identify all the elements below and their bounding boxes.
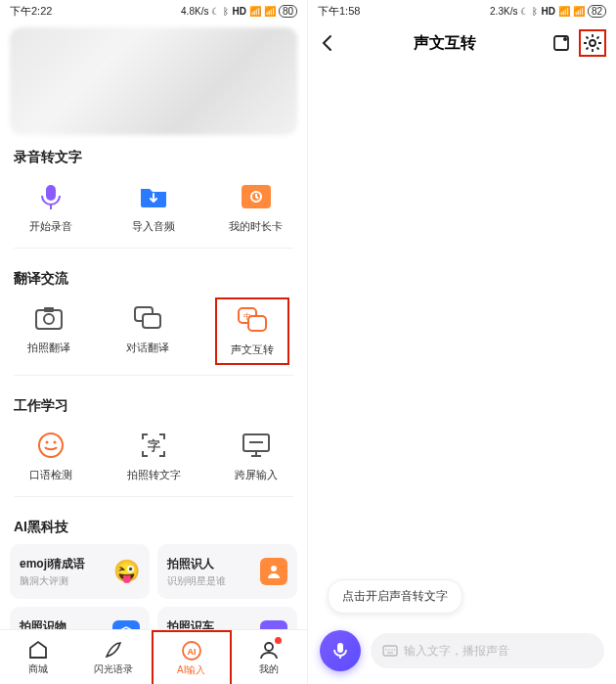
mic-icon: [34, 180, 67, 213]
svg-point-14: [54, 441, 57, 444]
speaking-test-button[interactable]: 口语检测: [0, 423, 103, 488]
label: 拍照转文字: [127, 468, 181, 482]
tab-ai-input[interactable]: AI AI输入: [152, 630, 232, 684]
label: 跨屏输入: [235, 468, 278, 482]
quill-icon: [103, 639, 124, 661]
tab-mine[interactable]: 我的: [232, 630, 308, 684]
right-screen: 下午1:58 2.3K/s ☾ ᛒ HD 📶 📶 82 声文互转 点击开启声音转…: [308, 0, 616, 684]
input-bar: 输入文字，播报声音: [308, 627, 616, 674]
cross-screen-input-button[interactable]: 跨屏输入: [204, 423, 307, 488]
svg-point-13: [46, 441, 49, 444]
voice-input-button[interactable]: [320, 630, 361, 671]
status-right: 2.3K/s ☾ ᛒ HD 📶 📶 82: [490, 5, 606, 18]
status-time: 下午1:58: [318, 4, 360, 19]
start-recording-button[interactable]: 开始录音: [0, 174, 103, 240]
import-audio-button[interactable]: 导入音频: [103, 174, 205, 240]
settings-button[interactable]: [579, 29, 606, 57]
svg-rect-29: [337, 643, 343, 653]
mic-icon: [330, 641, 350, 661]
status-speed: 2.3K/s: [490, 6, 517, 17]
page-title: 声文互转: [414, 33, 476, 54]
label: 口语检测: [29, 468, 72, 482]
voice-text-convert-button[interactable]: 中 声文互转: [215, 297, 289, 365]
svg-point-12: [39, 433, 63, 457]
hd-icon: HD: [232, 6, 245, 17]
tab-label: AI输入: [177, 663, 205, 677]
svg-rect-0: [46, 185, 56, 201]
input-placeholder: 输入文字，播报声音: [404, 643, 509, 660]
svg-rect-31: [383, 646, 397, 656]
banner-image[interactable]: [10, 27, 297, 135]
tab-bar: 商城 闪光语录 AI AI输入 我的: [0, 629, 307, 684]
svg-rect-4: [36, 310, 62, 329]
signal-icon: 📶: [558, 6, 570, 17]
dialogue-translate-button[interactable]: 对话翻译: [99, 296, 198, 367]
card-title: 拍照识人: [167, 556, 226, 572]
gear-icon: [583, 33, 602, 53]
work-grid: 口语检测 字 拍照转文字 跨屏输入: [0, 423, 307, 488]
section-title-record: 录音转文字: [0, 135, 307, 174]
svg-point-20: [271, 566, 277, 571]
keyboard-icon: [382, 643, 398, 659]
label: 声文互转: [231, 342, 274, 357]
card-sub: 脑洞大评测: [20, 574, 85, 588]
svg-point-28: [590, 40, 595, 46]
page-icon: [551, 33, 571, 53]
photo-identify-person-card[interactable]: 拍照识人 识别明星是谁: [157, 544, 297, 599]
monitor-icon: [240, 429, 273, 462]
moon-icon: ☾: [520, 6, 529, 17]
badge-dot: [275, 637, 282, 644]
card-sub: 识别明星是谁: [167, 574, 226, 588]
label: 开始录音: [29, 219, 72, 234]
divider: [14, 496, 293, 497]
section-title-work: 工作学习: [0, 384, 307, 423]
divider: [14, 248, 293, 249]
svg-point-34: [391, 649, 393, 651]
voice-text-convert-button-wrap: 中 声文互转: [197, 296, 307, 367]
status-speed: 4.8K/s: [181, 6, 208, 17]
battery-icon: 82: [588, 5, 606, 18]
photo-translate-button[interactable]: 拍照翻译: [0, 296, 99, 367]
back-button[interactable]: [318, 33, 337, 53]
record-grid: 开始录音 导入音频 我的时长卡: [0, 174, 307, 240]
tab-label: 商城: [28, 662, 48, 676]
scan-text-icon: 字: [137, 429, 170, 462]
label: 我的时长卡: [229, 219, 283, 234]
divider: [14, 375, 293, 376]
history-button[interactable]: [551, 33, 571, 53]
svg-text:AI: AI: [187, 647, 196, 657]
svg-point-5: [44, 314, 54, 324]
chat-icon: [131, 301, 164, 335]
status-bar: 下午1:58 2.3K/s ☾ ᛒ HD 📶 📶 82: [308, 0, 616, 22]
status-right: 4.8K/s ☾ ᛒ HD 📶 📶 80: [181, 5, 297, 18]
folder-icon: [137, 180, 170, 213]
signal-icon-2: 📶: [573, 6, 585, 17]
translate-grid: 拍照翻译 对话翻译 中 声文互转: [0, 296, 307, 367]
duration-card-button[interactable]: 我的时长卡: [204, 174, 307, 240]
voice-text-icon: 中: [236, 303, 269, 337]
svg-point-33: [388, 649, 390, 651]
svg-rect-8: [143, 314, 160, 328]
person-icon: [260, 558, 287, 585]
ai-icon: AI: [181, 640, 202, 661]
smile-icon: [34, 429, 67, 462]
user-icon: [258, 639, 280, 661]
left-screen: 下午2:22 4.8K/s ☾ ᛒ HD 📶 📶 80 录音转文字 开始录音 导…: [0, 0, 308, 684]
moon-icon: ☾: [211, 6, 220, 17]
emoji-idiom-card[interactable]: emoji猜成语 脑洞大评测 😜: [10, 544, 150, 599]
label: 导入音频: [132, 219, 175, 234]
section-title-ai: AI黑科技: [0, 505, 307, 544]
label: 对话翻译: [126, 341, 169, 355]
svg-point-27: [563, 37, 567, 41]
text-input[interactable]: 输入文字，播报声音: [371, 633, 604, 668]
card-title: emoji猜成语: [20, 556, 85, 572]
svg-text:中: 中: [243, 312, 251, 321]
chevron-left-icon: [318, 33, 337, 53]
status-time: 下午2:22: [10, 4, 52, 19]
photo-to-text-button[interactable]: 字 拍照转文字: [103, 423, 205, 488]
svg-point-32: [385, 649, 387, 651]
bluetooth-icon: ᛒ: [532, 6, 538, 17]
tab-shop[interactable]: 商城: [0, 630, 76, 684]
card-icon: [240, 180, 273, 213]
tab-quotes[interactable]: 闪光语录: [76, 630, 153, 684]
